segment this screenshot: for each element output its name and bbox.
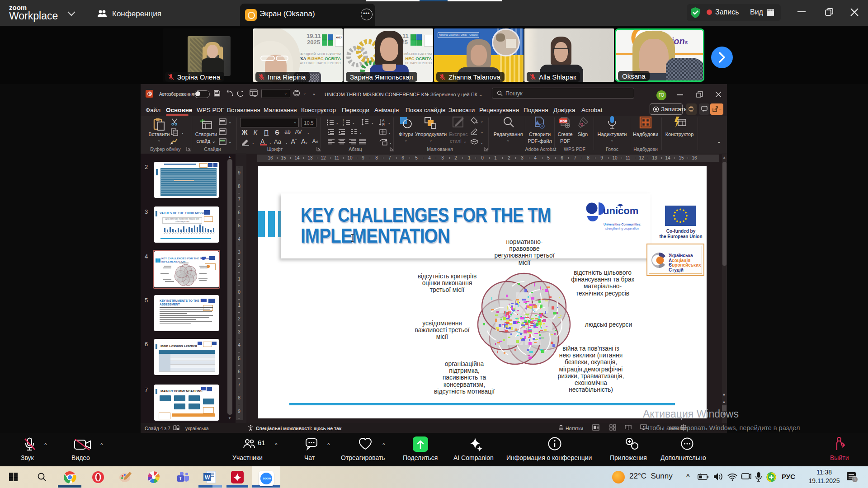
svg-text:P: P	[148, 92, 151, 96]
svg-text:Я: Я	[382, 122, 385, 126]
svg-text:unicom: unicom	[603, 205, 638, 216]
svg-text:W: W	[205, 474, 210, 481]
svg-text:A: A	[382, 118, 385, 122]
svg-text:T: T	[179, 476, 182, 481]
svg-text:PDF: PDF	[560, 119, 567, 123]
svg-text:1: 1	[854, 478, 856, 482]
svg-text:Universities-Communities:: Universities-Communities:	[604, 223, 642, 226]
svg-text:3: 3	[343, 123, 344, 126]
svg-text:strengthening cooperation: strengthening cooperation	[605, 227, 639, 230]
